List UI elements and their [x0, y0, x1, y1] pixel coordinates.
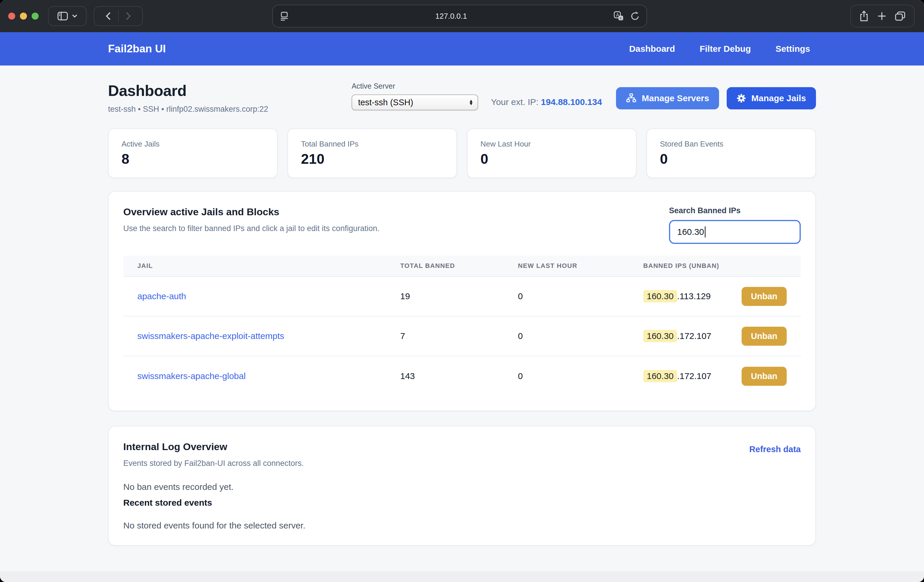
stat-label: Active Jails: [122, 140, 264, 149]
search-banned-ips-label: Search Banned IPs: [669, 206, 801, 215]
chrome-right-group: [850, 5, 915, 28]
translate-icon[interactable]: A x: [614, 11, 624, 21]
manage-jails-label: Manage Jails: [751, 93, 806, 103]
unban-button[interactable]: Unban: [742, 367, 787, 386]
active-server-label: Active Server: [351, 82, 478, 90]
log-titles: Internal Log Overview Events stored by F…: [123, 441, 304, 468]
table-row: swissmakers-apache-exploit-attempts 7 0 …: [123, 316, 801, 356]
window-bottom-strip: [0, 572, 924, 582]
new-last-hour-value: 0: [504, 291, 629, 301]
stat-card-total-banned: Total Banned IPs 210: [287, 128, 457, 178]
page-header: Dashboard test-ssh • SSH • rlinfp02.swis…: [108, 82, 816, 114]
table-row: apache-auth 19 0 160.30.113.129 Unban: [123, 277, 801, 316]
log-subtitle: Events stored by Fail2ban-UI across all …: [123, 459, 304, 468]
stat-value: 8: [122, 151, 264, 167]
text-caret: [705, 226, 706, 237]
forward-button[interactable]: [125, 12, 131, 20]
table-header-row: Jail Total Banned New Last Hour Banned I…: [123, 256, 801, 277]
stat-label: Total Banned IPs: [301, 140, 444, 149]
overview-subtitle: Use the search to filter banned IPs and …: [123, 224, 380, 233]
reload-icon[interactable]: [630, 12, 639, 21]
share-icon[interactable]: [859, 10, 869, 21]
browser-window: 127.0.0.1 A x: [0, 0, 924, 582]
search-input-value: 160.30: [677, 227, 704, 237]
overview-title: Overview active Jails and Blocks: [123, 206, 380, 218]
active-server-select[interactable]: test-ssh (SSH) ▲▼: [351, 94, 478, 110]
total-banned-value: 7: [386, 331, 504, 341]
column-header-new-last-hour: New Last Hour: [504, 262, 629, 270]
stat-label: Stored Ban Events: [660, 140, 802, 149]
stat-cards: Active Jails 8 Total Banned IPs 210 New …: [108, 128, 816, 178]
manage-servers-button[interactable]: Manage Servers: [616, 87, 719, 109]
log-card-head: Internal Log Overview Events stored by F…: [123, 441, 801, 468]
divider: [118, 10, 119, 23]
no-ban-events-text: No ban events recorded yet.: [123, 482, 801, 492]
banned-ip: 160.30.172.107: [643, 370, 711, 382]
banned-ip: 160.30.172.107: [643, 330, 711, 342]
ip-rest: .172.107: [677, 331, 711, 341]
page-content: Dashboard test-ssh • SSH • rlinfp02.swis…: [0, 66, 924, 572]
table-row: swissmakers-apache-global 143 0 160.30.1…: [123, 356, 801, 396]
close-window-button[interactable]: [8, 13, 15, 20]
manage-jails-button[interactable]: Manage Jails: [727, 87, 816, 109]
traffic-lights: [8, 13, 39, 20]
search-banned-ips-input[interactable]: 160.30: [669, 220, 801, 244]
address-bar[interactable]: 127.0.0.1 A x: [272, 5, 647, 28]
unban-button[interactable]: Unban: [742, 327, 787, 346]
total-banned-value: 143: [386, 371, 504, 381]
refresh-data-link[interactable]: Refresh data: [749, 444, 801, 454]
ip-rest: .172.107: [677, 371, 711, 381]
overview-card-head: Overview active Jails and Blocks Use the…: [123, 206, 801, 244]
sidebar-toggle-button[interactable]: [48, 6, 87, 26]
svg-text:x: x: [619, 16, 622, 20]
ip-search-highlight: 160.30: [643, 290, 677, 303]
stat-card-active-jails: Active Jails 8: [108, 128, 277, 178]
column-header-banned-ips: Banned IPs (Unban): [629, 262, 801, 270]
external-ip-value[interactable]: 194.88.100.134: [541, 97, 602, 107]
back-button[interactable]: [106, 12, 111, 20]
zoom-window-button[interactable]: [31, 13, 39, 20]
column-header-jail: Jail: [123, 262, 386, 270]
nav-link-dashboard[interactable]: Dashboard: [629, 44, 675, 54]
sidebar-icon: [58, 12, 68, 20]
app-brand[interactable]: Fail2ban UI: [108, 43, 166, 55]
unban-button[interactable]: Unban: [742, 287, 787, 306]
reader-icon[interactable]: [280, 12, 289, 21]
jail-link[interactable]: apache-auth: [137, 291, 186, 301]
external-ip: Your ext. IP: 194.88.100.134: [491, 97, 602, 107]
stat-card-new-last-hour: New Last Hour 0: [467, 128, 637, 178]
total-banned-value: 19: [386, 291, 504, 301]
history-nav-group: [94, 6, 143, 26]
select-stepper-icon: ▲▼: [469, 99, 474, 105]
page-subtitle: test-ssh • SSH • rlinfp02.swissmakers.co…: [108, 105, 268, 114]
minimize-window-button[interactable]: [20, 13, 27, 20]
page-title: Dashboard: [108, 82, 268, 99]
stat-value: 210: [301, 151, 444, 167]
jails-table: Jail Total Banned New Last Hour Banned I…: [123, 256, 801, 396]
new-tab-icon[interactable]: [878, 12, 886, 20]
active-server-value: test-ssh (SSH): [358, 98, 469, 107]
jail-link[interactable]: swissmakers-apache-exploit-attempts: [137, 331, 284, 341]
ip-search-highlight: 160.30: [643, 370, 677, 382]
jail-link[interactable]: swissmakers-apache-global: [137, 371, 246, 381]
stat-label: New Last Hour: [480, 140, 623, 149]
app-navbar: Fail2ban UI Dashboard Filter Debug Setti…: [0, 32, 924, 66]
overview-titles: Overview active Jails and Blocks Use the…: [123, 206, 380, 233]
chevron-down-icon: [72, 14, 77, 18]
url-text[interactable]: 127.0.0.1: [289, 12, 614, 21]
overview-card: Overview active Jails and Blocks Use the…: [108, 191, 816, 411]
browser-chrome: 127.0.0.1 A x: [0, 0, 924, 32]
tab-overview-icon[interactable]: [895, 12, 906, 21]
new-last-hour-value: 0: [504, 331, 629, 341]
ip-rest: .113.129: [677, 291, 711, 301]
recent-stored-events-title: Recent stored events: [123, 498, 801, 508]
banned-ip: 160.30.113.129: [643, 290, 711, 303]
search-block: Search Banned IPs 160.30: [669, 206, 801, 244]
internal-log-card: Internal Log Overview Events stored by F…: [108, 426, 816, 546]
no-stored-events-text: No stored events found for the selected …: [123, 521, 801, 531]
nav-link-filter-debug[interactable]: Filter Debug: [700, 44, 751, 54]
external-ip-label: Your ext. IP:: [491, 97, 538, 107]
nav-link-settings[interactable]: Settings: [776, 44, 810, 54]
nav-links: Dashboard Filter Debug Settings: [629, 44, 810, 54]
page-header-left: Dashboard test-ssh • SSH • rlinfp02.swis…: [108, 82, 268, 114]
